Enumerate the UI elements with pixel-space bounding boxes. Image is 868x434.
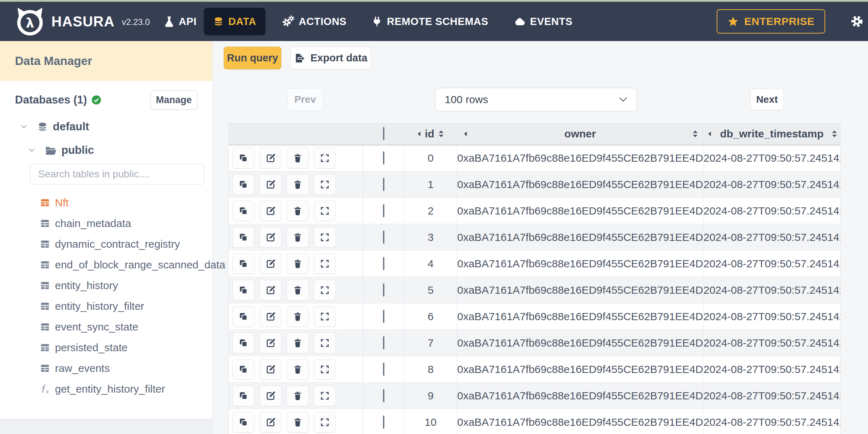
- row-checkbox[interactable]: [383, 415, 384, 429]
- delete-row-button[interactable]: [287, 201, 309, 221]
- clone-row-button[interactable]: [232, 280, 254, 301]
- edit-row-button[interactable]: [259, 412, 282, 433]
- delete-row-button[interactable]: [287, 280, 309, 301]
- sidebar-item-Nft[interactable]: ƒx Nft: [0, 192, 212, 213]
- cell-db-write-timestamp: 2024-08-27T09:50:57.245142: [703, 224, 841, 251]
- row-checkbox[interactable]: [383, 336, 384, 349]
- sidebar-item-persisted_state[interactable]: ƒx persisted_state: [0, 337, 212, 358]
- delete-row-button[interactable]: [287, 385, 309, 406]
- delete-row-button[interactable]: [287, 306, 309, 327]
- collapse-column-icon[interactable]: [464, 131, 467, 137]
- delete-row-button[interactable]: [287, 359, 309, 380]
- edit-row-button[interactable]: [259, 174, 282, 195]
- delete-row-button[interactable]: [287, 333, 309, 353]
- row-checkbox[interactable]: [383, 310, 384, 323]
- delete-row-button[interactable]: [287, 148, 309, 168]
- clone-row-button[interactable]: [232, 148, 254, 168]
- expand-row-button[interactable]: [314, 333, 336, 353]
- edit-row-button[interactable]: [259, 148, 282, 168]
- expand-row-button[interactable]: [314, 174, 336, 195]
- nav-tab-data[interactable]: DATA: [204, 8, 266, 35]
- row-actions-cell: [229, 330, 363, 356]
- sidebar-item-raw_events[interactable]: ƒx raw_events: [0, 358, 212, 379]
- expand-row-button[interactable]: [314, 253, 336, 274]
- row-checkbox[interactable]: [383, 204, 384, 217]
- expand-row-button[interactable]: [314, 385, 336, 406]
- export-data-button[interactable]: Export data: [291, 47, 371, 69]
- row-checkbox[interactable]: [383, 231, 384, 244]
- row-checkbox[interactable]: [383, 283, 384, 297]
- nav-tab-events[interactable]: EVENTS: [514, 16, 572, 27]
- sidebar-item-end_of_block_range_scanned_data[interactable]: ƒx end_of_block_range_scanned_data: [0, 254, 212, 275]
- search-tables-input[interactable]: [30, 164, 204, 185]
- settings-gear-icon[interactable]: [850, 15, 864, 28]
- edit-row-button[interactable]: [259, 253, 282, 274]
- delete-row-button[interactable]: [287, 412, 309, 433]
- clone-row-button[interactable]: [232, 201, 254, 221]
- sort-icon[interactable]: [832, 130, 837, 138]
- edit-row-button[interactable]: [259, 201, 282, 221]
- prev-page-button[interactable]: Prev: [287, 88, 323, 111]
- expand-row-button[interactable]: [314, 359, 336, 380]
- sidebar-item-dynamic_contract_registry[interactable]: ƒx dynamic_contract_registry: [0, 234, 212, 254]
- edit-row-button[interactable]: [259, 359, 282, 380]
- enterprise-button[interactable]: ENTERPRISE: [717, 9, 825, 34]
- select-all-checkbox[interactable]: [383, 127, 384, 140]
- delete-row-button[interactable]: [287, 227, 309, 248]
- delete-row-button[interactable]: [287, 174, 309, 195]
- edit-row-button[interactable]: [259, 385, 282, 406]
- expand-row-button[interactable]: [314, 306, 336, 327]
- row-checkbox[interactable]: [383, 151, 384, 165]
- clone-row-button[interactable]: [232, 306, 254, 327]
- sort-icon[interactable]: [438, 130, 444, 138]
- edit-row-button[interactable]: [259, 333, 282, 353]
- nav-tab-remote-schemas[interactable]: REMOTE SCHEMAS: [372, 16, 488, 27]
- next-page-button[interactable]: Next: [750, 89, 784, 110]
- cell-db-write-timestamp: 2024-08-27T09:50:57.245142: [703, 409, 841, 434]
- clone-row-button[interactable]: [232, 227, 254, 248]
- expand-row-button[interactable]: [314, 227, 336, 248]
- row-checkbox[interactable]: [383, 389, 384, 402]
- row-select-cell: [363, 224, 404, 251]
- tree-node-default-db[interactable]: default: [20, 120, 212, 133]
- sidebar-item-entity_history_filter[interactable]: ƒx entity_history_filter: [0, 296, 212, 317]
- nav-tab-api[interactable]: API: [164, 16, 197, 27]
- collapse-column-icon[interactable]: [417, 131, 421, 137]
- clone-row-button[interactable]: [232, 253, 254, 274]
- nav-tab-actions[interactable]: ACTIONS: [282, 15, 347, 27]
- run-query-button[interactable]: Run query: [224, 47, 281, 69]
- chevron-down-icon[interactable]: [20, 123, 28, 131]
- clone-row-button[interactable]: [232, 333, 254, 353]
- brand-title: HASURA: [51, 14, 115, 30]
- clone-row-button[interactable]: [232, 359, 254, 380]
- sidebar-item-get_entity_history_filter[interactable]: ƒx get_entity_history_filter: [0, 379, 212, 399]
- chevron-down-icon[interactable]: [28, 146, 36, 154]
- sort-icon[interactable]: [692, 130, 698, 138]
- table-body: 0 0xaBA7161A7fb69c88e16ED9f455CE62B791EE…: [229, 145, 841, 434]
- expand-row-button[interactable]: [314, 280, 336, 301]
- row-checkbox[interactable]: [383, 363, 384, 376]
- sidebar-item-entity_history[interactable]: ƒx entity_history: [0, 275, 212, 296]
- clone-row-button[interactable]: [232, 385, 254, 406]
- row-checkbox[interactable]: [383, 178, 384, 191]
- page-size-select[interactable]: 100 rows: [435, 88, 637, 111]
- tree-node-public-schema[interactable]: public: [28, 144, 212, 157]
- collapse-column-icon[interactable]: [708, 131, 711, 137]
- delete-row-button[interactable]: [287, 253, 309, 274]
- sidebar-item-chain_metadata[interactable]: ƒx chain_metadata: [0, 213, 212, 234]
- column-header-owner[interactable]: owner: [457, 123, 703, 145]
- clone-row-button[interactable]: [232, 412, 254, 433]
- edit-row-button[interactable]: [259, 306, 282, 327]
- expand-row-button[interactable]: [314, 412, 336, 433]
- edit-row-button[interactable]: [259, 280, 282, 301]
- manage-button[interactable]: Manage: [150, 90, 197, 110]
- expand-row-button[interactable]: [314, 148, 336, 168]
- row-checkbox[interactable]: [383, 257, 384, 270]
- column-header-db-write-timestamp[interactable]: db_write_timestamp: [703, 123, 841, 145]
- column-header-id[interactable]: id: [404, 123, 457, 145]
- trash-icon: [293, 180, 303, 190]
- clone-row-button[interactable]: [232, 174, 254, 195]
- edit-row-button[interactable]: [259, 227, 282, 248]
- sidebar-item-event_sync_state[interactable]: ƒx event_sync_state: [0, 317, 212, 337]
- expand-row-button[interactable]: [314, 201, 336, 221]
